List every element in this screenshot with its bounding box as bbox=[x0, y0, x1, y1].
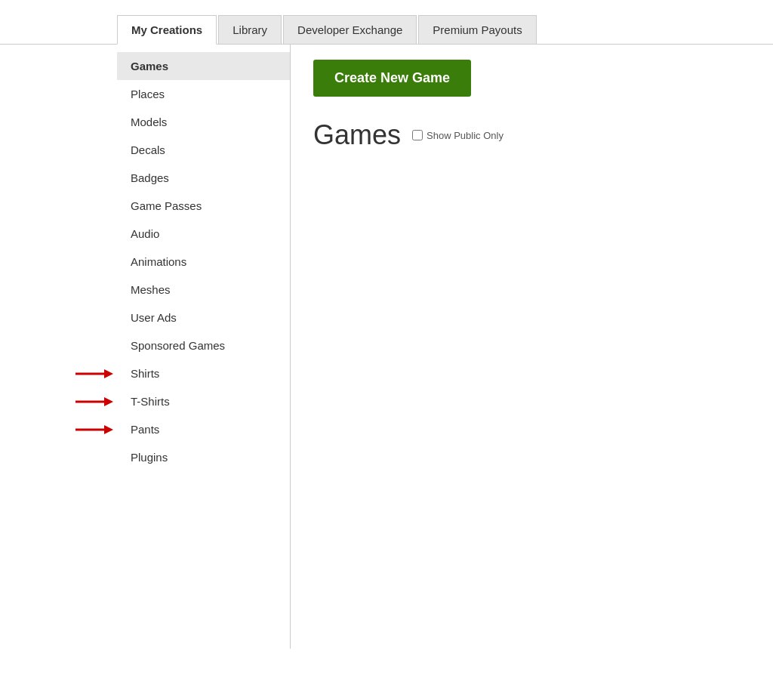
sidebar-label-shirts: Shirts bbox=[131, 367, 159, 380]
arrow-t-shirts bbox=[75, 394, 113, 409]
sidebar-item-decals[interactable]: Decals bbox=[117, 136, 290, 164]
sidebar-label-games: Games bbox=[131, 60, 168, 72]
tabs-container: My Creations Library Developer Exchange … bbox=[0, 0, 773, 45]
svg-marker-1 bbox=[104, 369, 113, 378]
sidebar-item-animations[interactable]: Animations bbox=[117, 248, 290, 276]
content-area: Create New Game Games Show Public Only bbox=[291, 45, 773, 649]
sidebar-label-meshes: Meshes bbox=[131, 283, 171, 296]
show-public-only-label: Show Public Only bbox=[427, 130, 504, 141]
arrow-pants bbox=[75, 422, 113, 437]
sidebar-label-pants: Pants bbox=[131, 423, 159, 436]
tab-library[interactable]: Library bbox=[218, 15, 282, 44]
sidebar-item-games[interactable]: Games bbox=[117, 52, 290, 80]
page-heading: Games Show Public Only bbox=[313, 119, 750, 151]
tab-my-creations[interactable]: My Creations bbox=[117, 15, 217, 45]
sidebar-item-meshes[interactable]: Meshes bbox=[117, 276, 290, 304]
sidebar-label-animations: Animations bbox=[131, 255, 186, 268]
sidebar-label-game-passes: Game Passes bbox=[131, 199, 202, 212]
sidebar-item-pants[interactable]: Pants bbox=[117, 415, 290, 443]
tab-developer-exchange[interactable]: Developer Exchange bbox=[283, 15, 417, 44]
sidebar-item-user-ads[interactable]: User Ads bbox=[117, 304, 290, 331]
sidebar-item-game-passes[interactable]: Game Passes bbox=[117, 192, 290, 220]
sidebar-label-models: Models bbox=[131, 116, 167, 128]
sidebar-label-user-ads: User Ads bbox=[131, 311, 177, 324]
create-new-game-button[interactable]: Create New Game bbox=[313, 60, 471, 97]
sidebar-item-sponsored-games[interactable]: Sponsored Games bbox=[117, 331, 290, 359]
page-title: Games bbox=[313, 119, 401, 151]
sidebar-item-shirts[interactable]: Shirts bbox=[117, 359, 290, 387]
sidebar-label-plugins: Plugins bbox=[131, 451, 168, 464]
sidebar-label-sponsored-games: Sponsored Games bbox=[131, 339, 225, 352]
sidebar: Games Places Models Decals Badges Game P… bbox=[117, 45, 291, 649]
sidebar-label-t-shirts: T-Shirts bbox=[131, 395, 170, 408]
arrow-shirts bbox=[75, 366, 113, 381]
svg-marker-3 bbox=[104, 397, 113, 406]
sidebar-item-models[interactable]: Models bbox=[117, 108, 290, 136]
sidebar-label-audio: Audio bbox=[131, 227, 159, 240]
show-public-container: Show Public Only bbox=[412, 130, 504, 141]
main-content: Games Places Models Decals Badges Game P… bbox=[0, 45, 773, 649]
sidebar-item-audio[interactable]: Audio bbox=[117, 220, 290, 248]
sidebar-label-badges: Badges bbox=[131, 171, 169, 184]
sidebar-item-badges[interactable]: Badges bbox=[117, 164, 290, 192]
sidebar-item-plugins[interactable]: Plugins bbox=[117, 443, 290, 471]
sidebar-label-decals: Decals bbox=[131, 143, 165, 156]
sidebar-item-t-shirts[interactable]: T-Shirts bbox=[117, 387, 290, 415]
sidebar-label-places: Places bbox=[131, 88, 165, 100]
show-public-only-checkbox[interactable] bbox=[412, 130, 423, 140]
svg-marker-5 bbox=[104, 425, 113, 434]
tab-premium-payouts[interactable]: Premium Payouts bbox=[418, 15, 536, 44]
sidebar-item-places[interactable]: Places bbox=[117, 80, 290, 108]
